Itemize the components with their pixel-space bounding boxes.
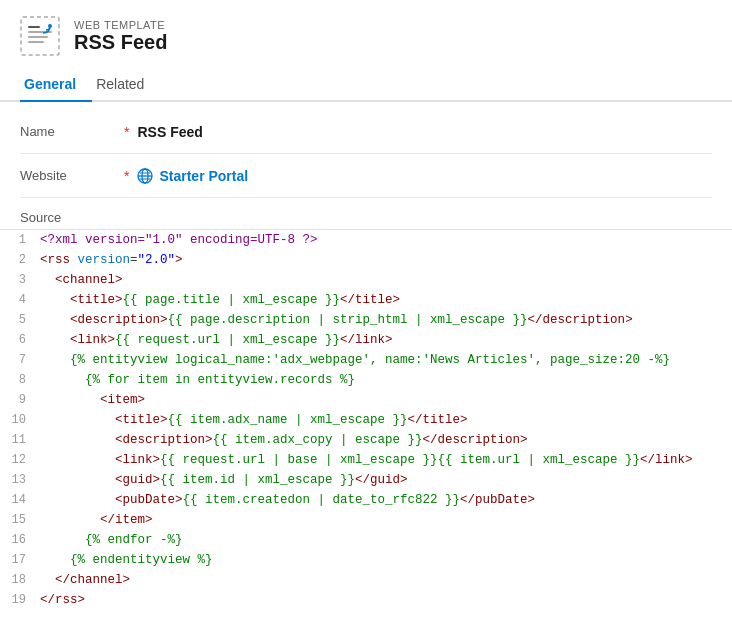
- code-line: 15 </item>: [0, 510, 732, 530]
- line-content: <?xml version="1.0" encoding=UTF-8 ?>: [36, 230, 318, 250]
- code-line: 1<?xml version="1.0" encoding=UTF-8 ?>: [0, 230, 732, 250]
- website-link[interactable]: Starter Portal: [137, 168, 248, 184]
- web-template-icon: [20, 16, 60, 56]
- line-content: <link>{{ request.url | base | xml_escape…: [36, 450, 693, 470]
- line-number: 11: [0, 430, 36, 450]
- line-content: </rss>: [36, 590, 85, 610]
- page-title: RSS Feed: [74, 31, 167, 54]
- svg-rect-4: [28, 41, 44, 43]
- line-content: <pubDate>{{ item.createdon | date_to_rfc…: [36, 490, 535, 510]
- code-line: 3 <channel>: [0, 270, 732, 290]
- line-number: 1: [0, 230, 36, 250]
- globe-icon: [137, 168, 153, 184]
- line-number: 12: [0, 450, 36, 470]
- header-text-block: WEB TEMPLATE RSS Feed: [74, 19, 167, 54]
- line-number: 8: [0, 370, 36, 390]
- code-line: 5 <description>{{ page.description | str…: [0, 310, 732, 330]
- svg-rect-3: [28, 36, 48, 38]
- line-number: 10: [0, 410, 36, 430]
- line-number: 14: [0, 490, 36, 510]
- code-editor[interactable]: 1<?xml version="1.0" encoding=UTF-8 ?>2<…: [0, 229, 732, 610]
- code-line: 2<rss version="2.0">: [0, 250, 732, 270]
- source-label: Source: [0, 198, 732, 229]
- line-number: 16: [0, 530, 36, 550]
- line-number: 7: [0, 350, 36, 370]
- form-section: Name * RSS Feed Website * Starter Portal: [0, 102, 732, 198]
- name-row: Name * RSS Feed: [20, 110, 712, 154]
- line-number: 18: [0, 570, 36, 590]
- website-required: *: [124, 168, 129, 184]
- code-line: 8 {% for item in entityview.records %}: [0, 370, 732, 390]
- code-line: 16 {% endfor -%}: [0, 530, 732, 550]
- svg-rect-1: [28, 26, 40, 28]
- line-content: <description>{{ page.description | strip…: [36, 310, 633, 330]
- line-content: </item>: [36, 510, 153, 530]
- line-content: {% endentityview %}: [36, 550, 213, 570]
- line-content: <title>{{ page.title | xml_escape }}</ti…: [36, 290, 400, 310]
- tab-related[interactable]: Related: [92, 68, 160, 102]
- line-number: 19: [0, 590, 36, 610]
- line-content: <title>{{ item.adx_name | xml_escape }}<…: [36, 410, 468, 430]
- code-line: 7 {% entityview logical_name:'adx_webpag…: [0, 350, 732, 370]
- tab-general[interactable]: General: [20, 68, 92, 102]
- code-line: 9 <item>: [0, 390, 732, 410]
- website-row: Website * Starter Portal: [20, 154, 712, 198]
- code-line: 6 <link>{{ request.url | xml_escape }}</…: [0, 330, 732, 350]
- name-label: Name: [20, 124, 120, 139]
- code-line: 4 <title>{{ page.title | xml_escape }}</…: [0, 290, 732, 310]
- line-content: <channel>: [36, 270, 123, 290]
- line-number: 3: [0, 270, 36, 290]
- line-content: <rss version="2.0">: [36, 250, 183, 270]
- line-content: {% for item in entityview.records %}: [36, 370, 355, 390]
- line-number: 2: [0, 250, 36, 270]
- code-line: 10 <title>{{ item.adx_name | xml_escape …: [0, 410, 732, 430]
- code-line: 17 {% endentityview %}: [0, 550, 732, 570]
- code-line: 18 </channel>: [0, 570, 732, 590]
- line-number: 5: [0, 310, 36, 330]
- line-content: <item>: [36, 390, 145, 410]
- line-number: 4: [0, 290, 36, 310]
- line-content: <guid>{{ item.id | xml_escape }}</guid>: [36, 470, 408, 490]
- line-number: 6: [0, 330, 36, 350]
- line-content: </channel>: [36, 570, 130, 590]
- line-content: {% endfor -%}: [36, 530, 183, 550]
- line-content: {% entityview logical_name:'adx_webpage'…: [36, 350, 670, 370]
- code-line: 12 <link>{{ request.url | base | xml_esc…: [0, 450, 732, 470]
- page-subtitle: WEB TEMPLATE: [74, 19, 167, 31]
- website-label: Website: [20, 168, 120, 183]
- code-line: 14 <pubDate>{{ item.createdon | date_to_…: [0, 490, 732, 510]
- name-value: RSS Feed: [137, 124, 202, 140]
- code-line: 19</rss>: [0, 590, 732, 610]
- website-link-text: Starter Portal: [159, 168, 248, 184]
- line-number: 13: [0, 470, 36, 490]
- name-required: *: [124, 124, 129, 140]
- code-line: 13 <guid>{{ item.id | xml_escape }}</gui…: [0, 470, 732, 490]
- tab-bar: General Related: [0, 68, 732, 102]
- line-content: <link>{{ request.url | xml_escape }}</li…: [36, 330, 393, 350]
- page-header: WEB TEMPLATE RSS Feed: [0, 0, 732, 68]
- line-number: 9: [0, 390, 36, 410]
- code-line: 11 <description>{{ item.adx_copy | escap…: [0, 430, 732, 450]
- line-content: <description>{{ item.adx_copy | escape }…: [36, 430, 528, 450]
- line-number: 15: [0, 510, 36, 530]
- line-number: 17: [0, 550, 36, 570]
